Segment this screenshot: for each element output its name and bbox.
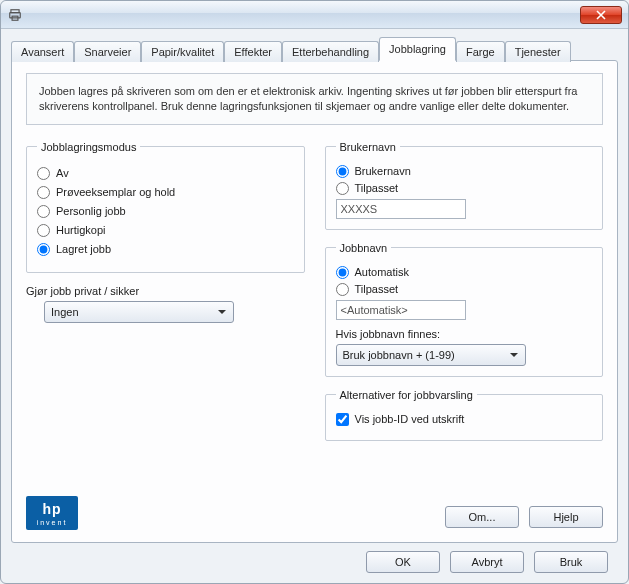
jobname-radio-auto[interactable] bbox=[336, 266, 349, 279]
mode-option-pr-veeksemplar-og-hold[interactable]: Prøveeksemplar og hold bbox=[37, 186, 294, 199]
group-username-legend: Brukernavn bbox=[336, 141, 400, 153]
group-notify-legend: Alternativer for jobbvarsling bbox=[336, 389, 477, 401]
jobname-radio-custom[interactable] bbox=[336, 283, 349, 296]
mode-radio[interactable] bbox=[37, 186, 50, 199]
mode-radio-label: Personlig jobb bbox=[56, 205, 126, 217]
jobname-exists-select[interactable]: Bruk jobbnavn + (1-99) bbox=[336, 344, 526, 366]
tab-tjenester[interactable]: Tjenester bbox=[505, 41, 571, 62]
apply-button[interactable]: Bruk bbox=[534, 551, 608, 573]
jobname-exists-label: Hvis jobbnavn finnes: bbox=[336, 328, 593, 340]
jobname-option-custom[interactable]: Tilpasset bbox=[336, 283, 593, 296]
group-jobname-legend: Jobbnavn bbox=[336, 242, 392, 254]
private-secure-label: Gjør jobb privat / sikker bbox=[26, 285, 305, 297]
private-secure-section: Gjør jobb privat / sikker Ingen bbox=[26, 285, 305, 323]
mode-radio-label: Lagret jobb bbox=[56, 243, 111, 255]
username-radio-username[interactable] bbox=[336, 165, 349, 178]
tabstrip: AvansertSnarveierPapir/kvalitetEffekterE… bbox=[11, 37, 618, 61]
hp-logo: hp invent bbox=[26, 496, 78, 530]
username-option-username[interactable]: Brukernavn bbox=[336, 165, 593, 178]
cancel-button[interactable]: Avbryt bbox=[450, 551, 524, 573]
tab-snarveier[interactable]: Snarveier bbox=[74, 41, 141, 62]
print-properties-window: AvansertSnarveierPapir/kvalitetEffekterE… bbox=[0, 0, 629, 584]
group-notify: Alternativer for jobbvarsling Vis jobb-I… bbox=[325, 389, 604, 441]
about-button[interactable]: Om... bbox=[445, 506, 519, 528]
mode-radio-label: Hurtigkopi bbox=[56, 224, 106, 236]
help-button[interactable]: Hjelp bbox=[529, 506, 603, 528]
mode-option-hurtigkopi[interactable]: Hurtigkopi bbox=[37, 224, 294, 237]
jobname-option-auto[interactable]: Automatisk bbox=[336, 266, 593, 279]
mode-radio[interactable] bbox=[37, 243, 50, 256]
tab-avansert[interactable]: Avansert bbox=[11, 41, 74, 62]
mode-option-personlig-jobb[interactable]: Personlig jobb bbox=[37, 205, 294, 218]
tab-effekter[interactable]: Effekter bbox=[224, 41, 282, 62]
dialog-button-row: OK Avbryt Bruk bbox=[11, 543, 618, 573]
description-box: Jobben lagres på skriveren som om den er… bbox=[26, 73, 603, 125]
tab-jobblagring[interactable]: Jobblagring bbox=[379, 37, 456, 61]
username-input[interactable] bbox=[336, 199, 466, 219]
mode-option-lagret-jobb[interactable]: Lagret jobb bbox=[37, 243, 294, 256]
group-jobname: Jobbnavn Automatisk Tilpasset Hvis jobbn… bbox=[325, 242, 604, 377]
mode-radio-label: Prøveeksemplar og hold bbox=[56, 186, 175, 198]
mode-radio[interactable] bbox=[37, 224, 50, 237]
group-username: Brukernavn Brukernavn Tilpasset bbox=[325, 141, 604, 230]
private-secure-select[interactable]: Ingen bbox=[44, 301, 234, 323]
group-storage-mode: Jobblagringsmodus AvPrøveeksemplar og ho… bbox=[26, 141, 305, 273]
dialog-body: AvansertSnarveierPapir/kvalitetEffekterE… bbox=[1, 29, 628, 583]
tab-panel-jobstorage: Jobben lagres på skriveren som om den er… bbox=[11, 60, 618, 543]
tab-papir-kvalitet[interactable]: Papir/kvalitet bbox=[141, 41, 224, 62]
tab-farge[interactable]: Farge bbox=[456, 41, 505, 62]
username-radio-custom[interactable] bbox=[336, 182, 349, 195]
titlebar bbox=[1, 1, 628, 29]
mode-radio[interactable] bbox=[37, 167, 50, 180]
show-jobid-label: Vis jobb-ID ved utskrift bbox=[355, 413, 465, 425]
printer-icon bbox=[7, 7, 23, 23]
mode-radio[interactable] bbox=[37, 205, 50, 218]
jobname-radio-auto-label: Automatisk bbox=[355, 266, 409, 278]
close-button[interactable] bbox=[580, 6, 622, 24]
hp-logo-text: hp bbox=[42, 501, 61, 517]
jobname-input[interactable] bbox=[336, 300, 466, 320]
show-jobid-checkbox[interactable] bbox=[336, 413, 349, 426]
username-option-custom[interactable]: Tilpasset bbox=[336, 182, 593, 195]
jobname-radio-custom-label: Tilpasset bbox=[355, 283, 399, 295]
username-radio-username-label: Brukernavn bbox=[355, 165, 411, 177]
show-jobid-row[interactable]: Vis jobb-ID ved utskrift bbox=[336, 413, 593, 426]
ok-button[interactable]: OK bbox=[366, 551, 440, 573]
username-radio-custom-label: Tilpasset bbox=[355, 182, 399, 194]
group-storage-mode-legend: Jobblagringsmodus bbox=[37, 141, 140, 153]
svg-rect-1 bbox=[10, 12, 21, 17]
mode-radio-label: Av bbox=[56, 167, 69, 179]
hp-logo-tagline: invent bbox=[37, 519, 68, 526]
mode-option-av[interactable]: Av bbox=[37, 167, 294, 180]
tab-etterbehandling[interactable]: Etterbehandling bbox=[282, 41, 379, 62]
description-text: Jobben lagres på skriveren som om den er… bbox=[39, 85, 577, 112]
